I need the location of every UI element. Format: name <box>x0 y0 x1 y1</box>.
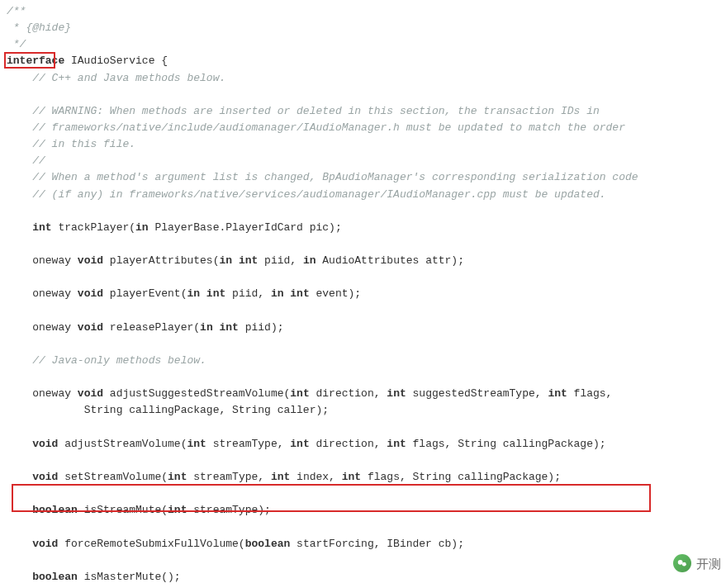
code-block: /** * {@hide} */interface IAudioService … <box>0 0 726 588</box>
code-line: // frameworks/native/include/audiomanage… <box>7 120 719 136</box>
code-line <box>7 519 719 535</box>
code-line: /** <box>7 3 719 20</box>
code-line <box>7 269 719 286</box>
code-line: oneway void playerAttributes(in int piid… <box>7 253 719 269</box>
code-line: interface IAudioService { <box>7 53 719 69</box>
code-line: // WARNING: When methods are inserted or… <box>7 103 719 120</box>
code-line <box>7 87 719 103</box>
svg-point-1 <box>682 562 686 567</box>
code-line <box>7 453 719 469</box>
code-line <box>7 486 719 502</box>
code-line: void adjustStreamVolume(int streamType, … <box>7 436 719 453</box>
code-line <box>7 336 719 353</box>
code-line: // in this file. <box>7 136 719 153</box>
code-line <box>7 369 719 386</box>
code-line: // Java-only methods below. <box>7 353 719 369</box>
code-line: * {@hide} <box>7 20 719 36</box>
code-line: void forceRemoteSubmixFullVolume(boolean… <box>7 536 719 552</box>
code-line: */ <box>7 36 719 53</box>
wechat-icon <box>673 554 691 572</box>
code-line: String callingPackage, String caller); <box>7 402 719 419</box>
code-line <box>7 552 719 569</box>
code-line <box>7 303 719 320</box>
code-line: oneway void playerEvent(in int piid, in … <box>7 286 719 302</box>
code-line <box>7 236 719 253</box>
code-line: oneway void adjustSuggestedStreamVolume(… <box>7 386 719 402</box>
code-line: boolean isStreamMute(int streamType); <box>7 502 719 519</box>
code-line: void setStreamVolume(int streamType, int… <box>7 469 719 486</box>
code-line: int trackPlayer(in PlayerBase.PlayerIdCa… <box>7 220 719 236</box>
watermark: 开测 <box>673 554 721 573</box>
watermark-text: 开测 <box>696 554 721 573</box>
svg-point-0 <box>678 560 683 565</box>
code-line <box>7 203 719 220</box>
code-line: // C++ and Java methods below. <box>7 70 719 87</box>
code-line: oneway void releasePlayer(in int piid); <box>7 320 719 336</box>
code-line: // (if any) in frameworks/native/service… <box>7 187 719 203</box>
code-line: // <box>7 153 719 169</box>
code-line <box>7 420 719 436</box>
code-line: boolean isMasterMute(); <box>7 569 719 586</box>
code-line: // When a method's argument list is chan… <box>7 169 719 186</box>
